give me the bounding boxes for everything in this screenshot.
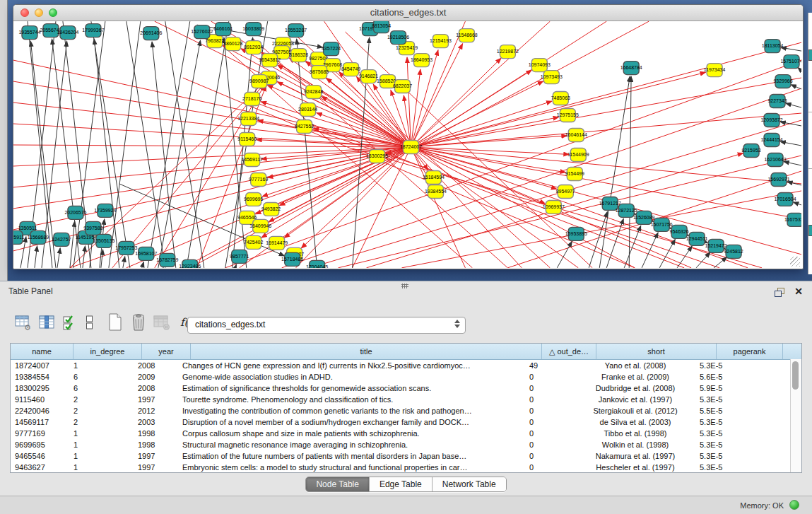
graph-node[interactable]: 9227343 <box>767 95 787 108</box>
graph-node[interactable]: 16648784 <box>620 62 642 75</box>
graph-node[interactable]: 17004045 <box>306 260 328 268</box>
graph-node[interactable]: 15751074 <box>780 55 801 69</box>
graph-node[interactable]: 4357224 <box>322 42 341 56</box>
graph-node[interactable]: 9154499 <box>565 167 584 180</box>
graph-node[interactable]: 8954977 <box>556 185 575 198</box>
citation-edge-black[interactable] <box>696 252 710 268</box>
graph-node[interactable]: 18724007 <box>400 141 422 154</box>
citation-edge-red[interactable] <box>411 101 551 147</box>
table-row[interactable]: 1938455462009Genome-wide association stu… <box>11 371 801 382</box>
table-row[interactable]: 1872400712008Changes of HCN gene express… <box>11 360 801 371</box>
graph-node[interactable]: 18300295 <box>366 149 388 163</box>
graph-node[interactable]: 9875685 <box>310 66 329 79</box>
graph-node[interactable]: 18113054 <box>762 40 784 53</box>
tab-node-table[interactable]: Node Table <box>306 477 370 491</box>
citation-edge-black[interactable] <box>57 248 60 268</box>
graph-node[interactable]: 11568689 <box>28 230 49 244</box>
citation-edge-black[interactable] <box>780 141 801 146</box>
graph-node[interactable]: 17999367 <box>82 24 104 37</box>
citation-edge-black[interactable] <box>142 262 144 267</box>
citation-edge-black[interactable] <box>235 264 237 268</box>
graph-node[interactable]: 2718176 <box>242 93 261 106</box>
citation-edge-black[interactable] <box>780 122 801 126</box>
citation-edge-red[interactable] <box>296 124 719 268</box>
graph-node[interactable]: 13505135 <box>93 234 114 247</box>
graph-node[interactable]: 9493822 <box>261 202 281 216</box>
graph-node[interactable]: 8454749 <box>341 63 360 76</box>
graph-node[interactable]: 16033809 <box>242 23 264 36</box>
graph-node[interactable]: 11675311 <box>784 213 801 226</box>
graph-node[interactable]: 12975155 <box>557 109 579 122</box>
citation-edge-black[interactable] <box>126 21 165 268</box>
citation-edge-black[interactable] <box>677 246 692 268</box>
graph-node[interactable]: 16958107 <box>135 247 157 260</box>
table-row[interactable]: 946362711997Embryonic stem cells: a mode… <box>11 462 801 473</box>
citation-edge-black[interactable] <box>624 226 641 268</box>
delete-row-icon[interactable] <box>129 313 148 332</box>
citation-edge-black[interactable] <box>784 162 801 165</box>
graph-node[interactable]: 3915911 <box>13 230 24 244</box>
citation-edge-black[interactable] <box>791 85 801 89</box>
graph-node[interactable]: 11548668 <box>456 29 478 42</box>
graph-node[interactable]: 14569117 <box>241 153 263 166</box>
graph-node[interactable]: 7425402 <box>244 235 263 249</box>
graph-node[interactable]: 10553287 <box>285 24 307 37</box>
deselect-icon[interactable] <box>84 313 95 332</box>
graph-node[interactable]: 9397588 <box>83 221 102 235</box>
graph-node[interactable]: 10969937 <box>543 200 565 214</box>
graph-node[interactable]: 12213384 <box>237 112 259 126</box>
graph-node[interactable]: 16046144 <box>565 129 587 142</box>
graph-node[interactable]: 12923486 <box>179 259 201 268</box>
citation-edge-red[interactable] <box>301 147 411 248</box>
table-row[interactable]: 2242004622012Investigating the contribut… <box>11 405 801 416</box>
graph-node[interactable]: 10974093 <box>529 59 551 72</box>
citation-edge-red[interactable] <box>411 42 801 147</box>
column-chooser-icon[interactable] <box>37 313 56 332</box>
graph-node[interactable]: 12444154 <box>760 134 782 147</box>
close-panel-icon[interactable]: ✕ <box>794 286 803 297</box>
graph-node[interactable]: 16409946 <box>249 219 271 233</box>
graph-node[interactable]: 16210643 <box>764 153 786 166</box>
citation-edge-red[interactable] <box>411 147 522 268</box>
citation-edge-black[interactable] <box>83 246 86 268</box>
graph-node[interactable]: 2803144 <box>298 103 317 117</box>
graph-node[interactable]: 10973493 <box>541 71 563 84</box>
citation-edge-red[interactable] <box>411 117 558 147</box>
graph-node[interactable]: 11544909 <box>567 148 589 161</box>
table-settings-icon[interactable]: ⚙ <box>14 313 33 332</box>
tab-edge-table[interactable]: Edge Table <box>370 477 433 491</box>
graph-node[interactable]: 6466161 <box>213 23 233 36</box>
column-header-year[interactable]: year <box>142 344 191 359</box>
network-canvas[interactable]: 1872400718300295193845542222605898275051… <box>13 21 801 268</box>
select-all-check-icon[interactable] <box>61 313 79 332</box>
column-header-out_de[interactable]: △ out_de… <box>542 344 596 359</box>
citation-edge-black[interactable] <box>714 257 727 267</box>
graph-node[interactable]: 15184594 <box>423 170 445 184</box>
citation-edge-black[interactable] <box>642 233 658 268</box>
window-resize-grip[interactable] <box>790 257 800 267</box>
citation-edge-black[interactable] <box>786 103 801 107</box>
column-header-short[interactable]: short <box>596 344 717 359</box>
column-header-name[interactable]: name <box>11 344 73 359</box>
table-row[interactable]: 969969511998Structural magnetic resonanc… <box>11 439 801 450</box>
graph-node[interactable]: 19355744 <box>18 26 40 40</box>
citation-edge-black[interactable] <box>187 21 229 268</box>
graph-node[interactable]: 9699695 <box>244 192 263 206</box>
graph-node[interactable]: 20206576 <box>64 206 86 219</box>
graph-node[interactable]: 18640953 <box>411 54 433 67</box>
graph-node[interactable]: 17957253 <box>115 241 137 255</box>
graph-node[interactable]: 9245812 <box>724 245 743 258</box>
graph-node[interactable]: 9890987 <box>249 75 269 88</box>
citation-edge-red[interactable] <box>261 102 411 147</box>
graph-node[interactable]: 9329966 <box>773 75 792 88</box>
citation-edge-black[interactable] <box>781 47 801 51</box>
graph-node[interactable]: 9115460 <box>237 133 257 146</box>
column-header-title[interactable]: title <box>191 344 542 359</box>
graph-node[interactable]: 16543812 <box>259 54 281 67</box>
graph-node[interactable]: 9857771 <box>230 250 249 263</box>
citation-edge-red[interactable] <box>411 78 801 147</box>
table-vertical-scrollbar[interactable] <box>790 359 801 472</box>
graph-node[interactable]: 1242757 <box>52 233 71 246</box>
table-selector-combobox[interactable]: citations_edges.txt <box>187 317 466 334</box>
graph-node[interactable]: 12093872 <box>760 114 782 127</box>
